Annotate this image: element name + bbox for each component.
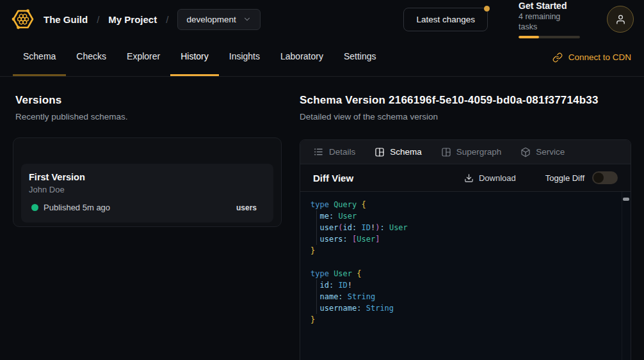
nav-tab-checks[interactable]: Checks: [66, 38, 117, 76]
versions-subtitle: Recently published schemas.: [15, 112, 284, 121]
link-icon: [552, 52, 563, 63]
code-line: username: String: [300, 302, 631, 314]
version-list-item[interactable]: First Version John Doe Published 5m ago …: [21, 164, 273, 223]
connect-to-cdn-link[interactable]: Connect to CDN: [552, 38, 631, 76]
panels-icon: [374, 147, 385, 157]
schema-version-title: Schema Version 2166196f-5e10-4059-bd0a-0…: [300, 94, 631, 107]
download-button[interactable]: Download: [464, 173, 516, 183]
code-line: }: [300, 245, 631, 256]
code-line: user(id: ID!): User: [300, 222, 631, 233]
nav-tab-insights[interactable]: Insights: [219, 38, 270, 76]
tab-supergraph[interactable]: Supergraph: [441, 147, 502, 157]
versions-list-card: First Version John Doe Published 5m ago …: [13, 137, 282, 227]
breadcrumb-separator: /: [166, 14, 168, 25]
published-status-text: Published 5m ago: [44, 203, 110, 212]
list-icon: [313, 146, 324, 157]
panels-icon: [441, 147, 451, 157]
get-started-progress-bar: [519, 36, 580, 38]
top-header: The Guild / My Project / development Lat…: [0, 0, 644, 38]
detail-tabs: DetailsSchemaSupergraphService: [300, 140, 631, 164]
schema-code-viewer[interactable]: type Query { me: User user(id: ID!): Use…: [300, 192, 631, 360]
chevron-down-icon: [243, 15, 252, 24]
scrollbar-thumb[interactable]: [623, 198, 629, 201]
user-avatar[interactable]: [607, 6, 634, 33]
code-line: name: String: [300, 291, 631, 302]
tab-details[interactable]: Details: [313, 146, 355, 157]
tab-label: Details: [329, 147, 355, 157]
get-started-subtitle: 4 remaining tasks: [519, 12, 580, 32]
code-line: users: [User]: [300, 233, 631, 245]
diff-view-title: Diff View: [313, 173, 353, 184]
hive-logo-icon[interactable]: [10, 6, 36, 32]
diff-actions: Download Toggle Diff: [464, 171, 618, 184]
toggle-diff-switch[interactable]: [592, 171, 618, 184]
tab-label: Service: [536, 147, 565, 157]
toggle-diff-label: Toggle Diff: [545, 173, 584, 183]
version-status-row: Published 5m ago users: [29, 203, 263, 212]
schema-detail-card: DetailsSchemaSupergraphService Diff View…: [300, 139, 631, 360]
published-status-dot: [31, 204, 38, 211]
latest-changes-button[interactable]: Latest changes: [403, 8, 488, 31]
get-started-progress-fill: [519, 36, 539, 38]
code-line: type User {: [300, 268, 631, 279]
connect-to-cdn-label: Connect to CDN: [568, 52, 631, 62]
main-nav: SchemaChecksExplorerHistoryInsightsLabor…: [0, 38, 644, 77]
tab-schema[interactable]: Schema: [374, 147, 422, 157]
versions-title: Versions: [15, 94, 284, 107]
diff-view-header: Diff View Download Toggle Diff: [300, 164, 631, 192]
service-badge: users: [236, 203, 257, 212]
tab-label: Schema: [390, 147, 422, 157]
code-line: me: User: [300, 210, 631, 222]
main-content: Versions Recently published schemas. Fir…: [0, 77, 644, 360]
get-started-widget[interactable]: Get Started 4 remaining tasks: [519, 1, 580, 38]
download-label: Download: [479, 173, 516, 183]
version-detail-panel: Schema Version 2166196f-5e10-4059-bd0a-0…: [300, 94, 631, 360]
code-line: type Query {: [300, 199, 631, 210]
latest-changes-label: Latest changes: [416, 15, 475, 24]
version-title: First Version: [29, 172, 263, 182]
cube-icon: [520, 147, 531, 157]
user-icon: [615, 14, 626, 25]
get-started-title: Get Started: [519, 1, 580, 12]
breadcrumb-project[interactable]: My Project: [108, 14, 157, 25]
nav-tab-explorer[interactable]: Explorer: [117, 38, 170, 76]
code-line: [300, 256, 631, 268]
notification-dot: [484, 6, 490, 12]
target-select-value: development: [186, 15, 236, 24]
version-author: John Doe: [29, 185, 263, 194]
breadcrumb-org[interactable]: The Guild: [44, 14, 88, 25]
tab-label: Supergraph: [456, 147, 502, 157]
scrollbar-track: [622, 192, 622, 360]
nav-tab-history[interactable]: History: [170, 38, 219, 76]
download-icon: [464, 173, 474, 183]
toggle-diff-knob: [593, 173, 604, 183]
breadcrumb-separator: /: [97, 14, 99, 25]
nav-tabs: SchemaChecksExplorerHistoryInsightsLabor…: [13, 38, 387, 76]
versions-panel: Versions Recently published schemas. Fir…: [15, 94, 284, 360]
nav-tab-laboratory[interactable]: Laboratory: [270, 38, 334, 76]
code-line: }: [300, 314, 631, 325]
code-line: id: ID!: [300, 279, 631, 291]
nav-tab-schema[interactable]: Schema: [13, 38, 66, 76]
nav-tab-settings[interactable]: Settings: [334, 38, 387, 76]
code-block: type Query { me: User user(id: ID!): Use…: [300, 199, 631, 325]
tab-service[interactable]: Service: [520, 147, 565, 157]
schema-version-subtitle: Detailed view of the schema version: [300, 112, 631, 121]
target-select[interactable]: development: [177, 9, 260, 30]
